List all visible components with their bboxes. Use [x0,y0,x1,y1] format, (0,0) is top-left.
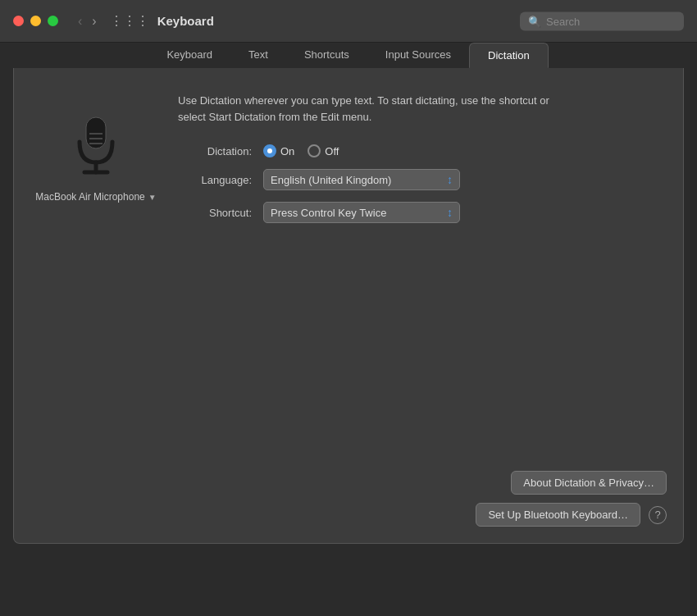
radio-off-label: Off [325,145,339,157]
bottom-row: Set Up Bluetooth Keyboard… ? [476,503,667,527]
help-button[interactable]: ? [649,506,667,524]
main-content: MacBook Air Microphone ▼ Use Dictation w… [30,93,667,235]
traffic-lights [13,16,58,26]
microphone-name: MacBook Air Microphone [35,191,144,203]
shortcut-row: Shortcut: Press Control Key Twice ↕ [178,202,667,223]
setup-bluetooth-button[interactable]: Set Up Bluetooth Keyboard… [476,503,640,527]
radio-on[interactable]: On [263,144,294,157]
tab-keyboard[interactable]: Keyboard [148,43,230,68]
description-text: Use Dictation wherever you can type text… [178,93,572,125]
language-row: Language: English (United Kingdom) ↕ [178,169,667,190]
nav-arrows: ‹ › [75,12,100,30]
dictation-label: Dictation: [178,145,252,157]
dictation-radio-group: On Off [263,144,339,157]
search-bar[interactable]: 🔍 [520,11,684,30]
radio-on-label: On [280,145,294,157]
microphone-chevron: ▼ [148,193,157,202]
shortcut-label: Shortcut: [178,207,252,219]
grid-icon[interactable]: ⋮⋮⋮ [110,13,149,29]
shortcut-dropdown-arrow: ↕ [447,206,453,219]
language-value: English (United Kingdom) [271,174,391,186]
shortcut-value: Press Control Key Twice [271,207,386,219]
language-dropdown-arrow: ↕ [447,173,453,186]
about-dictation-button[interactable]: About Dictation & Privacy… [511,471,667,495]
titlebar: ‹ › ⋮⋮⋮ Keyboard 🔍 [0,0,697,43]
search-icon: 🔍 [528,15,541,27]
mic-section: MacBook Air Microphone ▼ [30,109,162,235]
tab-shortcuts[interactable]: Shortcuts [286,43,367,68]
tab-bar: Keyboard Text Shortcuts Input Sources Di… [0,43,697,68]
settings-section: Use Dictation wherever you can type text… [178,93,667,235]
content-area: MacBook Air Microphone ▼ Use Dictation w… [13,68,684,544]
shortcut-dropdown[interactable]: Press Control Key Twice ↕ [263,202,460,223]
radio-on-circle[interactable] [263,144,276,157]
microphone-label[interactable]: MacBook Air Microphone ▼ [35,191,156,203]
search-input[interactable] [546,15,677,27]
tab-input-sources[interactable]: Input Sources [367,43,469,68]
language-label: Language: [178,174,252,186]
minimize-button[interactable] [30,16,41,26]
forward-arrow[interactable]: › [89,12,99,30]
language-dropdown[interactable]: English (United Kingdom) ↕ [263,169,460,190]
dictation-row: Dictation: On Off [178,144,667,157]
microphone-icon [63,109,129,183]
window-title: Keyboard [157,14,214,28]
maximize-button[interactable] [48,16,58,26]
radio-off[interactable]: Off [308,144,339,157]
tab-dictation[interactable]: Dictation [469,43,549,68]
radio-off-circle[interactable] [308,144,321,157]
tab-text[interactable]: Text [230,43,286,68]
back-arrow[interactable]: ‹ [75,12,85,30]
close-button[interactable] [13,16,24,26]
bottom-buttons: About Dictation & Privacy… Set Up Blueto… [476,471,667,527]
